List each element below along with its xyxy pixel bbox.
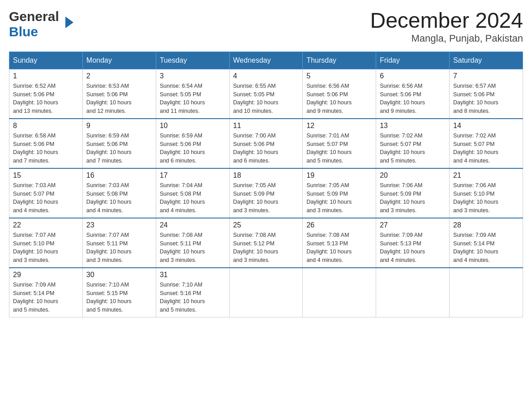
day-info: Sunrise: 7:01 AMSunset: 5:07 PMDaylight:…: [306, 132, 372, 165]
day-number: 9: [86, 122, 152, 130]
day-info: Sunrise: 7:05 AMSunset: 5:09 PMDaylight:…: [306, 181, 372, 215]
day-number: 11: [233, 122, 299, 130]
day-info: Sunrise: 7:00 AMSunset: 5:06 PMDaylight:…: [233, 132, 299, 165]
weekday-header-thursday: Thursday: [303, 51, 376, 69]
day-info: Sunrise: 6:53 AMSunset: 5:06 PMDaylight:…: [86, 82, 152, 116]
calendar-week-row: 1Sunrise: 6:52 AMSunset: 5:06 PMDaylight…: [9, 69, 523, 119]
calendar-cell: 31Sunrise: 7:10 AMSunset: 5:16 PMDayligh…: [156, 268, 229, 317]
calendar-cell: [376, 268, 450, 317]
calendar-cell: 18Sunrise: 7:05 AMSunset: 5:09 PMDayligh…: [229, 168, 303, 218]
calendar-cell: 13Sunrise: 7:02 AMSunset: 5:07 PMDayligh…: [376, 119, 450, 168]
day-info: Sunrise: 7:08 AMSunset: 5:12 PMDaylight:…: [233, 231, 299, 265]
day-number: 13: [380, 122, 446, 130]
day-number: 16: [86, 171, 152, 180]
calendar-cell: 5Sunrise: 6:56 AMSunset: 5:06 PMDaylight…: [303, 69, 376, 119]
day-number: 12: [306, 122, 372, 130]
calendar-cell: [229, 268, 303, 317]
calendar-cell: 25Sunrise: 7:08 AMSunset: 5:12 PMDayligh…: [229, 218, 303, 268]
calendar-cell: 19Sunrise: 7:05 AMSunset: 5:09 PMDayligh…: [303, 168, 376, 218]
day-number: 15: [13, 171, 79, 180]
day-info: Sunrise: 6:57 AMSunset: 5:06 PMDaylight:…: [453, 82, 519, 116]
day-number: 24: [160, 221, 226, 229]
day-info: Sunrise: 7:04 AMSunset: 5:08 PMDaylight:…: [160, 181, 226, 215]
calendar-cell: 20Sunrise: 7:06 AMSunset: 5:09 PMDayligh…: [376, 168, 450, 218]
weekday-header-wednesday: Wednesday: [229, 51, 303, 69]
calendar-cell: 22Sunrise: 7:07 AMSunset: 5:10 PMDayligh…: [9, 218, 83, 268]
day-number: 7: [453, 72, 519, 80]
day-info: Sunrise: 7:09 AMSunset: 5:13 PMDaylight:…: [380, 231, 446, 265]
day-number: 6: [380, 72, 446, 80]
calendar-cell: 29Sunrise: 7:09 AMSunset: 5:14 PMDayligh…: [9, 268, 83, 317]
day-number: 1: [13, 72, 79, 80]
calendar-cell: 24Sunrise: 7:08 AMSunset: 5:11 PMDayligh…: [156, 218, 229, 268]
calendar-cell: [303, 268, 376, 317]
day-number: 3: [160, 72, 226, 80]
calendar-cell: 14Sunrise: 7:02 AMSunset: 5:07 PMDayligh…: [450, 119, 523, 168]
page-title: December 2024: [370, 9, 523, 33]
calendar-cell: 23Sunrise: 7:07 AMSunset: 5:11 PMDayligh…: [82, 218, 156, 268]
svg-marker-0: [65, 17, 73, 28]
day-number: 20: [380, 171, 446, 180]
day-number: 17: [160, 171, 226, 180]
day-info: Sunrise: 7:06 AMSunset: 5:10 PMDaylight:…: [453, 181, 519, 215]
calendar-week-row: 29Sunrise: 7:09 AMSunset: 5:14 PMDayligh…: [9, 268, 523, 317]
day-number: 28: [453, 221, 519, 229]
day-info: Sunrise: 7:03 AMSunset: 5:07 PMDaylight:…: [13, 181, 79, 215]
day-number: 14: [453, 122, 519, 130]
calendar-cell: 28Sunrise: 7:09 AMSunset: 5:14 PMDayligh…: [450, 218, 523, 268]
calendar-cell: [450, 268, 523, 317]
calendar-cell: 16Sunrise: 7:03 AMSunset: 5:08 PMDayligh…: [82, 168, 156, 218]
weekday-header-sunday: Sunday: [9, 51, 83, 69]
calendar-cell: 12Sunrise: 7:01 AMSunset: 5:07 PMDayligh…: [303, 119, 376, 168]
calendar-cell: 6Sunrise: 6:56 AMSunset: 5:06 PMDaylight…: [376, 69, 450, 119]
calendar-week-row: 8Sunrise: 6:58 AMSunset: 5:06 PMDaylight…: [9, 119, 523, 168]
day-number: 5: [306, 72, 372, 80]
logo: General Blue: [9, 9, 64, 39]
calendar-cell: 30Sunrise: 7:10 AMSunset: 5:15 PMDayligh…: [82, 268, 156, 317]
calendar-cell: 26Sunrise: 7:08 AMSunset: 5:13 PMDayligh…: [303, 218, 376, 268]
weekday-header-monday: Monday: [82, 51, 156, 69]
logo-blue-text: Blue: [9, 24, 38, 39]
calendar-cell: 1Sunrise: 6:52 AMSunset: 5:06 PMDaylight…: [9, 69, 83, 119]
calendar-week-row: 22Sunrise: 7:07 AMSunset: 5:10 PMDayligh…: [9, 218, 523, 268]
day-number: 27: [380, 221, 446, 229]
day-number: 25: [233, 221, 299, 229]
calendar-cell: 17Sunrise: 7:04 AMSunset: 5:08 PMDayligh…: [156, 168, 229, 218]
calendar-cell: 15Sunrise: 7:03 AMSunset: 5:07 PMDayligh…: [9, 168, 83, 218]
day-info: Sunrise: 6:52 AMSunset: 5:06 PMDaylight:…: [13, 82, 79, 116]
calendar-table: SundayMondayTuesdayWednesdayThursdayFrid…: [9, 51, 523, 317]
calendar-cell: 9Sunrise: 6:59 AMSunset: 5:06 PMDaylight…: [82, 119, 156, 168]
day-info: Sunrise: 6:59 AMSunset: 5:06 PMDaylight:…: [160, 132, 226, 165]
day-number: 31: [160, 271, 226, 279]
day-info: Sunrise: 7:06 AMSunset: 5:09 PMDaylight:…: [380, 181, 446, 215]
calendar-cell: 7Sunrise: 6:57 AMSunset: 5:06 PMDaylight…: [450, 69, 523, 119]
day-info: Sunrise: 6:54 AMSunset: 5:05 PMDaylight:…: [160, 82, 226, 116]
day-number: 8: [13, 122, 79, 130]
weekday-header-friday: Friday: [376, 51, 450, 69]
calendar-cell: 4Sunrise: 6:55 AMSunset: 5:05 PMDaylight…: [229, 69, 303, 119]
calendar-cell: 21Sunrise: 7:06 AMSunset: 5:10 PMDayligh…: [450, 168, 523, 218]
calendar-cell: 10Sunrise: 6:59 AMSunset: 5:06 PMDayligh…: [156, 119, 229, 168]
day-info: Sunrise: 6:56 AMSunset: 5:06 PMDaylight:…: [380, 82, 446, 116]
day-info: Sunrise: 7:02 AMSunset: 5:07 PMDaylight:…: [380, 132, 446, 165]
day-number: 4: [233, 72, 299, 80]
day-info: Sunrise: 7:09 AMSunset: 5:14 PMDaylight:…: [453, 231, 519, 265]
weekday-header-row: SundayMondayTuesdayWednesdayThursdayFrid…: [9, 51, 523, 69]
day-info: Sunrise: 7:10 AMSunset: 5:15 PMDaylight:…: [86, 281, 152, 314]
day-info: Sunrise: 7:07 AMSunset: 5:10 PMDaylight:…: [13, 231, 79, 265]
day-info: Sunrise: 7:08 AMSunset: 5:13 PMDaylight:…: [306, 231, 372, 265]
weekday-header-saturday: Saturday: [450, 51, 523, 69]
calendar-cell: 2Sunrise: 6:53 AMSunset: 5:06 PMDaylight…: [82, 69, 156, 119]
calendar-cell: 3Sunrise: 6:54 AMSunset: 5:05 PMDaylight…: [156, 69, 229, 119]
day-number: 30: [86, 271, 152, 279]
day-info: Sunrise: 6:58 AMSunset: 5:06 PMDaylight:…: [13, 132, 79, 165]
day-info: Sunrise: 7:08 AMSunset: 5:11 PMDaylight:…: [160, 231, 226, 265]
calendar-cell: 8Sunrise: 6:58 AMSunset: 5:06 PMDaylight…: [9, 119, 83, 168]
logo-general-text: General: [9, 9, 59, 24]
day-info: Sunrise: 7:02 AMSunset: 5:07 PMDaylight:…: [453, 132, 519, 165]
day-info: Sunrise: 6:55 AMSunset: 5:05 PMDaylight:…: [233, 82, 299, 116]
day-info: Sunrise: 7:03 AMSunset: 5:08 PMDaylight:…: [86, 181, 152, 215]
day-number: 19: [306, 171, 372, 180]
day-info: Sunrise: 7:10 AMSunset: 5:16 PMDaylight:…: [160, 281, 226, 314]
day-number: 18: [233, 171, 299, 180]
